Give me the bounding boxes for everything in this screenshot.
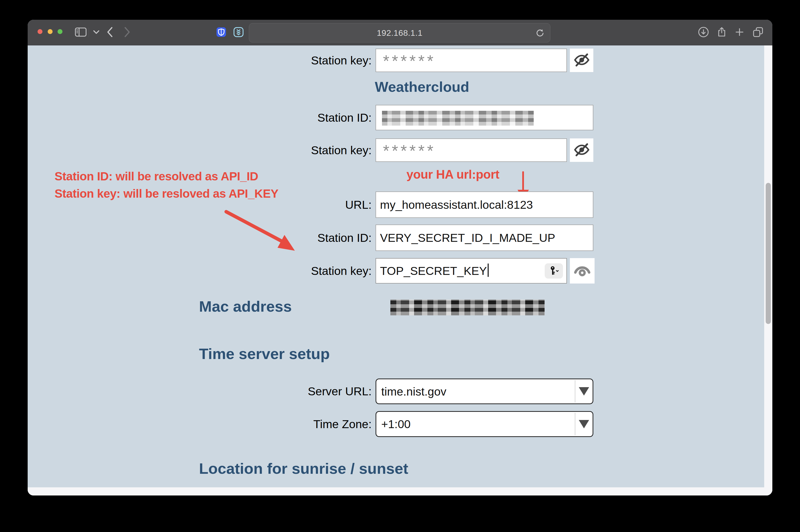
url-label: URL: (345, 191, 372, 218)
plus-icon (734, 27, 745, 38)
chevrons-extension-button[interactable] (232, 20, 244, 45)
shield-extension-icon (216, 27, 226, 38)
share-icon (716, 26, 727, 38)
downloads-button[interactable] (697, 20, 710, 45)
mac-address-heading: Mac address (199, 298, 292, 315)
wc-station-id-input[interactable] (375, 105, 593, 130)
url-input[interactable]: my_homeassistant.local:8123 (375, 191, 593, 218)
chevrons-extension-icon (233, 27, 244, 38)
masked-password-text: ****** (376, 141, 436, 160)
dropdown-arrow-icon (579, 420, 589, 429)
time-zone-select[interactable]: +1:00 (375, 411, 593, 437)
custom-station-key-label: Station key: (311, 258, 372, 284)
custom-station-id-value: VERY_SECRET_ID_I_MADE_UP (376, 231, 555, 244)
location-heading: Location for sunrise / sunset (199, 460, 408, 477)
autofill-key-button[interactable] (545, 263, 563, 279)
server-url-select[interactable]: time.nist.gov (375, 379, 593, 404)
redacted-station-id-value (382, 111, 534, 126)
back-icon (106, 26, 114, 39)
custom-station-key-value: TOP_SECRET_KEY (376, 264, 487, 277)
horizontal-scrollbar-track[interactable] (27, 487, 773, 495)
wc-station-key-input[interactable]: ****** (375, 138, 567, 162)
wu-station-key-label: Station key: (311, 49, 372, 72)
password-extension-button[interactable] (215, 20, 227, 45)
download-icon (698, 26, 709, 38)
annotation-note-line1: Station ID: will be resolved as API_ID (55, 170, 258, 183)
annotation-arrow-down (522, 171, 524, 191)
annotation-note-line2: Station key: will be resloved as API_KEY (55, 187, 279, 201)
eye-icon (573, 261, 592, 281)
key-icon (548, 266, 559, 277)
tab-overview-icon (752, 27, 764, 38)
address-text: 192.168.1.1 (377, 28, 423, 38)
select-divider (575, 380, 575, 402)
browser-titlebar: 192.168.1.1 (27, 20, 773, 45)
minimize-window-button[interactable] (48, 29, 53, 34)
vertical-scrollbar-thumb[interactable] (766, 183, 771, 324)
eye-off-icon (573, 51, 590, 70)
back-button[interactable] (102, 20, 117, 45)
custom-station-id-label: Station ID: (318, 225, 372, 251)
select-divider (575, 413, 575, 435)
masked-password-text: ****** (376, 52, 436, 70)
annotation-arrow-diagonal (223, 209, 302, 255)
annotation-ha-note: your HA url:port (406, 167, 499, 182)
share-button[interactable] (715, 20, 728, 45)
time-zone-value: +1:00 (376, 417, 575, 431)
tab-overview-button[interactable] (751, 20, 765, 45)
custom-station-id-input[interactable]: VERY_SECRET_ID_I_MADE_UP (375, 225, 593, 251)
wc-station-key-reveal-button[interactable] (570, 138, 593, 162)
address-bar[interactable]: 192.168.1.1 (249, 23, 551, 42)
page-content: Station key: ****** Weathercloud Station… (27, 45, 773, 495)
wc-station-id-label: Station ID: (318, 105, 372, 130)
time-zone-label: Time Zone: (313, 411, 372, 437)
close-window-button[interactable] (38, 29, 42, 34)
wc-station-key-label: Station key: (311, 138, 372, 162)
text-caret (488, 264, 489, 277)
chevron-down-icon (93, 30, 100, 35)
server-url-value: time.nist.gov (376, 385, 575, 398)
new-tab-button[interactable] (733, 20, 746, 45)
weathercloud-heading: Weathercloud (375, 78, 469, 95)
dropdown-arrow-icon (579, 387, 589, 396)
browser-window: 192.168.1.1 Station (27, 20, 773, 495)
wu-station-key-reveal-button[interactable] (570, 49, 593, 72)
url-value: my_homeassistant.local:8123 (376, 198, 533, 211)
time-server-heading: Time server setup (199, 345, 330, 362)
sidebar-menu-chevron[interactable] (90, 20, 103, 45)
eye-off-icon (573, 141, 590, 159)
forward-icon (123, 26, 132, 39)
custom-station-key-reveal-button[interactable] (570, 258, 595, 284)
custom-station-key-input[interactable]: TOP_SECRET_KEY (375, 258, 567, 284)
sidebar-icon (75, 27, 87, 38)
redacted-mac-address-value (390, 300, 545, 315)
sidebar-toggle-button[interactable] (73, 20, 89, 45)
toolbar-divider (89, 28, 89, 37)
zoom-window-button[interactable] (58, 29, 62, 34)
vertical-scrollbar-track[interactable] (764, 45, 773, 495)
forward-button[interactable] (119, 20, 135, 45)
reload-button[interactable] (535, 27, 545, 39)
server-url-label: Server URL: (308, 379, 372, 404)
wu-station-key-input[interactable]: ****** (375, 49, 567, 72)
